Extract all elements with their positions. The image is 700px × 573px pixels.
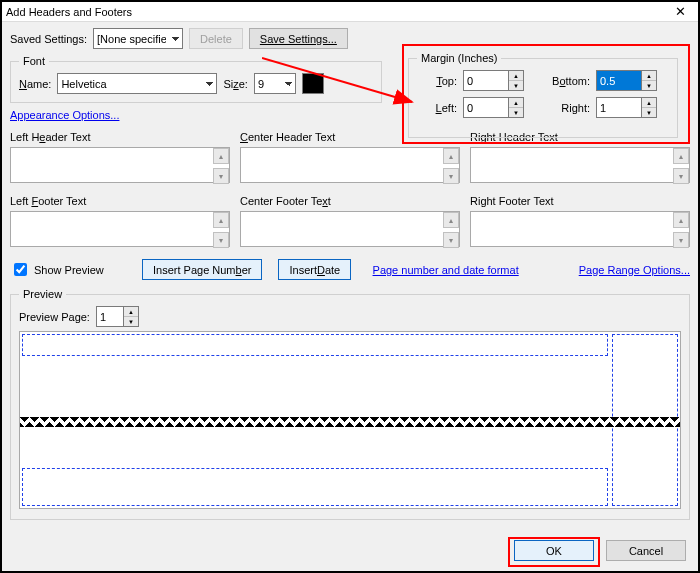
- scroll-up-icon[interactable]: ▴: [673, 148, 689, 164]
- delete-button: Delete: [189, 28, 243, 49]
- hf-grid: Left Header Text ▴▾ Center Header Text ▴…: [10, 131, 690, 249]
- margin-legend: Margin (Inches): [417, 52, 501, 64]
- page-number-format-link[interactable]: Page number and date format: [373, 264, 519, 276]
- show-preview-check-icon[interactable]: [14, 263, 27, 276]
- margin-top-input[interactable]: ▲▼: [463, 70, 524, 91]
- save-settings-button[interactable]: Save Settings...: [249, 28, 348, 49]
- scroll-up-icon[interactable]: ▴: [213, 148, 229, 164]
- dialog-window: Add Headers and Footers ✕ Saved Settings…: [0, 0, 700, 573]
- insert-date-button[interactable]: Insert Date: [278, 259, 351, 280]
- left-header-input[interactable]: [10, 147, 230, 183]
- page-content-icon: [20, 417, 680, 427]
- preview-pane: [19, 331, 681, 509]
- scroll-down-icon[interactable]: ▾: [443, 232, 459, 248]
- title-bar: Add Headers and Footers ✕: [2, 2, 698, 22]
- cancel-button[interactable]: Cancel: [606, 540, 686, 561]
- scroll-up-icon[interactable]: ▴: [443, 212, 459, 228]
- right-header-input[interactable]: [470, 147, 690, 183]
- font-name-label: Name:: [19, 78, 51, 90]
- scroll-up-icon[interactable]: ▴: [443, 148, 459, 164]
- preview-page-input[interactable]: ▲▼: [96, 306, 139, 327]
- dialog-body: Saved Settings: [None specified] Delete …: [2, 22, 698, 571]
- preview-page-label: Preview Page:: [19, 311, 90, 323]
- font-legend: Font: [19, 55, 49, 67]
- dialog-footer: OK Cancel: [514, 540, 686, 561]
- page-range-options-link[interactable]: Page Range Options...: [579, 264, 690, 276]
- center-header-input[interactable]: [240, 147, 460, 183]
- margin-left-input[interactable]: ▲▼: [463, 97, 524, 118]
- font-name-select[interactable]: Helvetica: [57, 73, 217, 94]
- left-footer-label: Left Footer Text: [10, 195, 230, 207]
- margin-group: Margin (Inches) Top: ▲▼ Bottom: ▲▼ Left:…: [408, 52, 678, 138]
- margin-right-input[interactable]: ▲▼: [596, 97, 657, 118]
- scroll-up-icon[interactable]: ▴: [673, 212, 689, 228]
- window-title: Add Headers and Footers: [6, 6, 132, 18]
- font-color-swatch[interactable]: [302, 73, 324, 94]
- scroll-down-icon[interactable]: ▾: [213, 232, 229, 248]
- scroll-down-icon[interactable]: ▾: [443, 168, 459, 184]
- font-group: Font Name: Helvetica Size: 9: [10, 55, 382, 103]
- center-footer-input[interactable]: [240, 211, 460, 247]
- margin-top-label: Top:: [417, 75, 457, 87]
- scroll-down-icon[interactable]: ▾: [673, 232, 689, 248]
- appearance-options-link[interactable]: Appearance Options...: [10, 109, 119, 121]
- close-icon[interactable]: ✕: [666, 4, 694, 19]
- saved-settings-select[interactable]: [None specified]: [93, 28, 183, 49]
- font-size-label: Size:: [223, 78, 247, 90]
- margin-bottom-input[interactable]: ▲▼: [596, 70, 657, 91]
- font-size-select[interactable]: 9: [254, 73, 296, 94]
- guide-header: [22, 334, 608, 356]
- scroll-down-icon[interactable]: ▾: [213, 168, 229, 184]
- preview-group: Preview Preview Page: ▲▼: [10, 288, 690, 520]
- guide-footer: [22, 468, 608, 506]
- right-footer-input[interactable]: [470, 211, 690, 247]
- saved-settings-row: Saved Settings: [None specified] Delete …: [10, 28, 690, 49]
- insert-page-number-button[interactable]: Insert Page Number: [142, 259, 262, 280]
- ok-button[interactable]: OK: [514, 540, 594, 561]
- show-preview-checkbox[interactable]: Show Preview: [10, 260, 142, 279]
- show-preview-label: Show Preview: [34, 264, 104, 276]
- margin-group-wrap: Margin (Inches) Top: ▲▼ Bottom: ▲▼ Left:…: [408, 52, 678, 138]
- scroll-down-icon[interactable]: ▾: [673, 168, 689, 184]
- saved-settings-label: Saved Settings:: [10, 33, 87, 45]
- preview-legend: Preview: [19, 288, 66, 300]
- margin-bottom-label: Bottom:: [542, 75, 590, 87]
- margin-right-label: Right:: [542, 102, 590, 114]
- left-footer-input[interactable]: [10, 211, 230, 247]
- scroll-up-icon[interactable]: ▴: [213, 212, 229, 228]
- left-header-label: Left Header Text: [10, 131, 230, 143]
- margin-left-label: Left:: [417, 102, 457, 114]
- center-footer-label: Center Footer Text: [240, 195, 460, 207]
- right-footer-label: Right Footer Text: [470, 195, 690, 207]
